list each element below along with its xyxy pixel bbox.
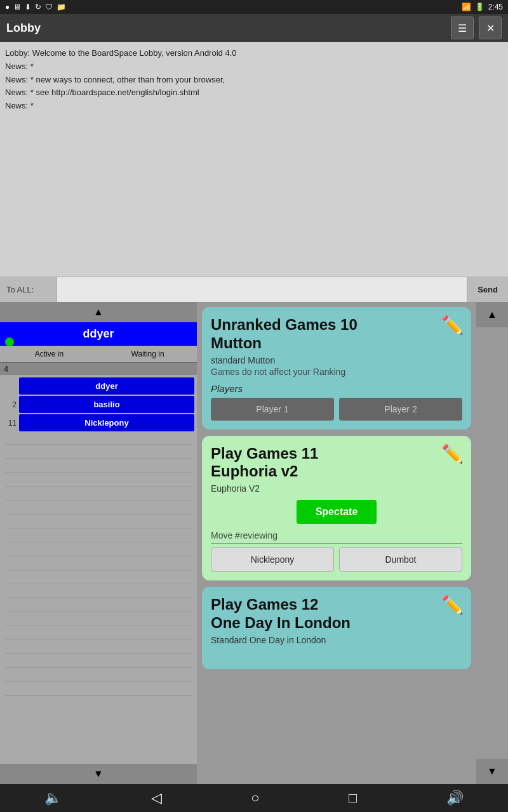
game-players-row-1: Player 1 Player 2 (211, 398, 462, 421)
main-content: ▲ ddyer Active in Waiting in 4 ddyer 2 b… (0, 302, 508, 784)
list-item: 2 basilio (3, 396, 194, 413)
home-button[interactable]: ○ (238, 784, 272, 812)
blank-line (5, 657, 192, 668)
blank-line (5, 573, 192, 584)
blank-line (5, 615, 192, 626)
game-title-3: Play Games 12 One Day In London (211, 596, 462, 632)
left-scroll-down[interactable]: ▼ (0, 764, 197, 784)
game-subtitle-2: Euphoria V2 (211, 483, 462, 494)
blank-line (5, 531, 192, 542)
message-area: Lobby: Welcome to the BoardSpace Lobby, … (0, 42, 508, 277)
spectate-button[interactable]: Spectate (297, 500, 377, 524)
games-list: ✏️ Unranked Games 10 Mutton standard Mut… (197, 302, 508, 784)
blank-line (5, 671, 192, 682)
wifi-icon: 📶 (462, 3, 471, 11)
right-scroll-down[interactable]: ▼ (476, 759, 508, 784)
message-line-4: News: * see http://boardspace.net/englis… (5, 86, 503, 100)
blank-line (5, 559, 192, 570)
right-panel: ▲ ▼ ✏️ Unranked Games 10 Mutton standard… (197, 302, 508, 784)
monitor-icon: 🖥 (13, 3, 21, 11)
game-desc-1: Games do not affect your Ranking (211, 367, 462, 377)
app-title: Lobby (6, 22, 446, 35)
user-button-basilio[interactable]: basilio (19, 396, 194, 413)
user-button-nicklepony[interactable]: Nicklepony (19, 414, 194, 431)
user-tabs: Active in Waiting in (0, 346, 197, 363)
player1-button-1[interactable]: Player 1 (211, 398, 334, 421)
player2-button-2[interactable]: Dumbot (339, 547, 462, 572)
status-right-icons: 📶 🔋 2:45 (462, 3, 503, 11)
message-line-5: News: * (5, 100, 503, 113)
volume-up-button[interactable]: 🔊 (434, 784, 476, 812)
message-line-3: News: * new ways to connect, other than … (5, 74, 503, 87)
online-indicator (5, 337, 14, 346)
chat-input[interactable] (57, 277, 467, 302)
move-status: Move #reviewing (211, 530, 462, 544)
blank-line (5, 447, 192, 459)
menu-button[interactable]: ☰ (451, 16, 474, 39)
player2-button-1[interactable]: Player 2 (339, 398, 462, 421)
blank-line (5, 629, 192, 640)
game-card-euphoria: ✏️ Play Games 11 Euphoria v2 Euphoria V2… (202, 436, 471, 581)
blank-line (5, 684, 192, 696)
user-button-ddyer[interactable]: ddyer (19, 377, 194, 395)
left-scroll-up[interactable]: ▲ (0, 302, 197, 322)
chat-to-label: To ALL: (0, 277, 57, 302)
user-list: ddyer 2 basilio 11 Nicklepony (0, 375, 197, 764)
blank-line (5, 503, 192, 514)
message-line-1: Lobby: Welcome to the BoardSpace Lobby, … (5, 47, 503, 60)
tab-active-in[interactable]: Active in (0, 346, 98, 362)
online-count: 4 (0, 363, 197, 375)
blank-line (5, 643, 192, 654)
blank-line (5, 545, 192, 556)
folder-icon: 📁 (57, 3, 66, 11)
game-subtitle-1: standard Mutton (211, 355, 462, 365)
pencil-icon-1: ✏️ (441, 315, 464, 336)
title-bar: Lobby ☰ ✕ (0, 14, 508, 42)
message-line-2: News: * (5, 60, 503, 74)
pencil-icon-3: ✏️ (441, 594, 464, 615)
battery-icon: 🔋 (475, 3, 485, 11)
blank-line (5, 461, 192, 473)
player1-button-2[interactable]: Nicklepony (211, 547, 334, 572)
game-card-mutton: ✏️ Unranked Games 10 Mutton standard Mut… (202, 307, 471, 429)
blank-line (5, 587, 192, 598)
tab-waiting-in[interactable]: Waiting in (98, 346, 197, 362)
status-left-icons: ● 🖥 ⬇ ↻ 🛡 📁 (5, 3, 66, 11)
blank-line (5, 475, 192, 487)
chat-bar: To ALL: Send (0, 277, 508, 302)
list-item: 11 Nicklepony (3, 414, 194, 431)
send-button[interactable]: Send (467, 277, 508, 302)
pencil-icon-2: ✏️ (441, 443, 464, 464)
game-players-row-2: Nicklepony Dumbot (211, 547, 462, 572)
blank-line (5, 433, 192, 445)
circle-icon: ● (5, 3, 10, 11)
shield-icon: 🛡 (45, 3, 53, 11)
game-card-london: ✏️ Play Games 12 One Day In London Stand… (202, 587, 471, 669)
recent-apps-button[interactable]: □ (336, 784, 370, 812)
refresh-icon: ↻ (35, 3, 41, 11)
back-button[interactable]: ◁ (138, 784, 175, 812)
blank-line (5, 601, 192, 612)
list-item: ddyer (3, 377, 194, 395)
game-subtitle-3: Standard One Day in London (211, 635, 462, 645)
game-title-2: Play Games 11 Euphoria v2 (211, 445, 462, 481)
current-user-header: ddyer (0, 322, 197, 346)
volume-down-button[interactable]: 🔈 (32, 784, 74, 812)
blank-line (5, 517, 192, 528)
right-scroll-up[interactable]: ▲ (476, 302, 508, 327)
bottom-nav: 🔈 ◁ ○ □ 🔊 (0, 784, 508, 812)
game-title-1: Unranked Games 10 Mutton (211, 316, 462, 353)
close-button[interactable]: ✕ (479, 16, 502, 39)
status-bar: ● 🖥 ⬇ ↻ 🛡 📁 📶 🔋 2:45 (0, 0, 508, 14)
players-label-1: Players (211, 383, 462, 394)
blank-line (5, 489, 192, 501)
download-icon: ⬇ (25, 3, 31, 11)
left-panel: ▲ ddyer Active in Waiting in 4 ddyer 2 b… (0, 302, 197, 784)
clock: 2:45 (488, 3, 503, 11)
